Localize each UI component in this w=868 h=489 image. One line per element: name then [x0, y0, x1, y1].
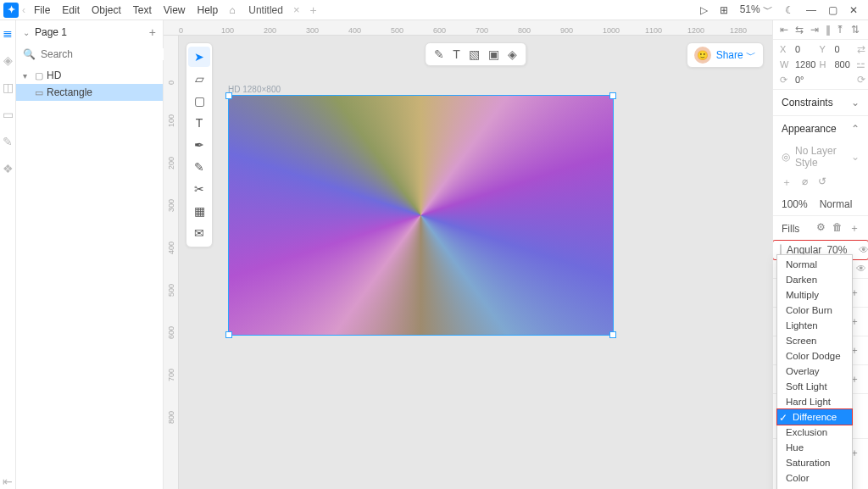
maximize-icon[interactable]: ▢ [828, 4, 837, 16]
align-left-icon[interactable]: ⇤ [780, 24, 788, 36]
resize-handle-bl[interactable] [225, 331, 232, 338]
components-icon[interactable]: ◫ [0, 80, 15, 95]
opacity-value[interactable]: 100% [782, 198, 808, 210]
chevron-up-icon: ⌃ [851, 123, 860, 135]
link-style-icon[interactable]: ⌀ [802, 175, 808, 190]
constraints-section[interactable]: Constraints ⌄ [773, 89, 868, 115]
theme-icon[interactable]: ☾ [785, 4, 794, 16]
text-tool-icon[interactable]: T [188, 113, 210, 133]
component-icon[interactable]: ◈ [508, 47, 517, 61]
close-tab-icon[interactable]: × [293, 3, 300, 16]
pen-tool-icon[interactable]: ✒ [188, 135, 210, 155]
swap-icon[interactable]: ⇄ [854, 43, 868, 55]
group-icon[interactable]: ▣ [488, 47, 499, 61]
frame-tool-icon[interactable]: ▱ [188, 69, 210, 89]
close-window-icon[interactable]: ✕ [849, 4, 858, 16]
add-tab-icon[interactable]: + [302, 3, 326, 17]
w-value[interactable]: 1280 [795, 59, 815, 69]
y-value[interactable]: 0 [834, 44, 849, 54]
h-value[interactable]: 800 [834, 59, 849, 69]
grid-icon[interactable]: ⊞ [720, 4, 728, 16]
app-logo-icon[interactable]: ✦ [3, 3, 19, 18]
blend-option-overlay[interactable]: Overlay [777, 364, 852, 379]
align-center-v-icon[interactable]: ⇅ [851, 24, 860, 36]
plugins-icon[interactable]: ✎ [0, 134, 15, 149]
layers-ctx-icon[interactable]: ▧ [469, 47, 480, 61]
eye-icon[interactable]: 👁 [856, 263, 866, 275]
blend-option-soft-light[interactable]: Soft Light [777, 379, 852, 394]
blend-option-color-burn[interactable]: Color Burn [777, 303, 852, 318]
menu-edit[interactable]: Edit [57, 3, 85, 18]
align-right-icon[interactable]: ⇥ [810, 24, 819, 36]
blend-option-luminosity[interactable]: Luminosity [777, 486, 852, 489]
menu-view[interactable]: View [159, 3, 191, 18]
menu-text[interactable]: Text [128, 3, 157, 18]
opacity-blend[interactable]: Normal [820, 198, 853, 210]
artboard[interactable] [228, 95, 614, 336]
blend-option-hue[interactable]: Hue [777, 440, 852, 455]
chevron-left-icon[interactable]: ‹ [22, 4, 25, 16]
tree-item-hd[interactable]: ▾ ▢ HD [16, 67, 163, 84]
add-page-icon[interactable]: + [149, 25, 156, 39]
eye-icon[interactable]: 👁 [859, 244, 868, 256]
blend-option-difference[interactable]: Difference [777, 409, 852, 425]
blend-option-lighten[interactable]: Lighten [777, 318, 852, 333]
blend-option-multiply[interactable]: Multiply [777, 287, 852, 303]
home-icon[interactable]: ⌂ [225, 4, 240, 16]
blend-option-saturation[interactable]: Saturation [777, 455, 852, 470]
move-tool-icon[interactable]: ➤ [188, 47, 210, 67]
assets-icon[interactable]: ◈ [0, 53, 15, 68]
canvas-area: 0100200300400500600700800900100011001200… [164, 20, 772, 489]
share-button[interactable]: Share ﹀ [716, 48, 756, 63]
layers-icon[interactable]: ≣ [0, 25, 15, 41]
blend-option-color-dodge[interactable]: Color Dodge [777, 348, 852, 364]
search-input[interactable] [41, 48, 168, 60]
blend-option-screen[interactable]: Screen [777, 333, 852, 348]
page-caret-icon[interactable]: ⌄ [23, 28, 30, 37]
fill-settings-icon[interactable]: ⚙ [816, 221, 826, 236]
align-center-h-icon[interactable]: ⇆ [795, 24, 804, 36]
blend-option-color[interactable]: Color [777, 470, 852, 486]
reset-style-icon[interactable]: ↺ [818, 175, 826, 190]
resize-handle-tl[interactable] [225, 92, 232, 99]
minimize-icon[interactable]: — [806, 4, 816, 16]
resize-handle-br[interactable] [609, 331, 616, 338]
twirl-icon[interactable]: ▾ [23, 71, 31, 81]
tree-item-rectangle[interactable]: ▭ Rectangle [16, 84, 163, 101]
pencil-tool-icon[interactable]: ✎ [188, 157, 210, 177]
grid-tool-icon[interactable]: ▦ [188, 201, 210, 221]
menu-file[interactable]: File [29, 3, 55, 18]
blend-option-hard-light[interactable]: Hard Light [777, 394, 852, 409]
lock-aspect-icon[interactable]: ⚍ [854, 58, 868, 70]
zoom-value[interactable]: 51% ﹀ [740, 3, 773, 17]
flip-icon[interactable]: ⟳ [854, 74, 868, 86]
appearance-section[interactable]: Appearance ⌃ [773, 115, 868, 142]
rot-value[interactable]: 0° [795, 75, 815, 85]
text-icon[interactable]: T [453, 47, 460, 61]
menu-help[interactable]: Help [192, 3, 224, 18]
collapse-icon[interactable]: ⇤ [0, 474, 15, 489]
page-title[interactable]: Page 1 [35, 26, 144, 38]
document-title[interactable]: Untitled [242, 3, 290, 18]
add-style-icon[interactable]: ＋ [782, 175, 792, 190]
play-icon[interactable]: ▷ [700, 4, 708, 16]
blend-option-normal[interactable]: Normal [777, 257, 852, 272]
styles-icon[interactable]: ▭ [0, 107, 15, 122]
blend-option-darken[interactable]: Darken [777, 272, 852, 287]
menu-object[interactable]: Object [86, 3, 126, 18]
fill-delete-icon[interactable]: 🗑 [832, 221, 843, 236]
resize-handle-tr[interactable] [609, 92, 616, 99]
align-top-icon[interactable]: ⤒ [836, 24, 844, 36]
history-icon[interactable]: ❖ [0, 161, 15, 176]
edit-icon[interactable]: ✎ [434, 47, 444, 61]
fill-add-icon[interactable]: ＋ [849, 221, 860, 236]
distribute-h-icon[interactable]: ‖ [826, 24, 831, 36]
layer-style[interactable]: ◎ No Layer Style ⌄ [773, 142, 868, 172]
rect-tool-icon[interactable]: ▢ [188, 91, 210, 111]
blend-option-exclusion[interactable]: Exclusion [777, 425, 852, 440]
comment-tool-icon[interactable]: ✉ [188, 223, 210, 243]
stage[interactable]: ➤ ▱ ▢ T ✒ ✎ ✂ ▦ ✉ ✎ T ▧ ▣ [179, 36, 772, 489]
x-value[interactable]: 0 [795, 44, 815, 54]
avatar[interactable]: 🙂 [694, 47, 711, 64]
slice-tool-icon[interactable]: ✂ [188, 179, 210, 199]
